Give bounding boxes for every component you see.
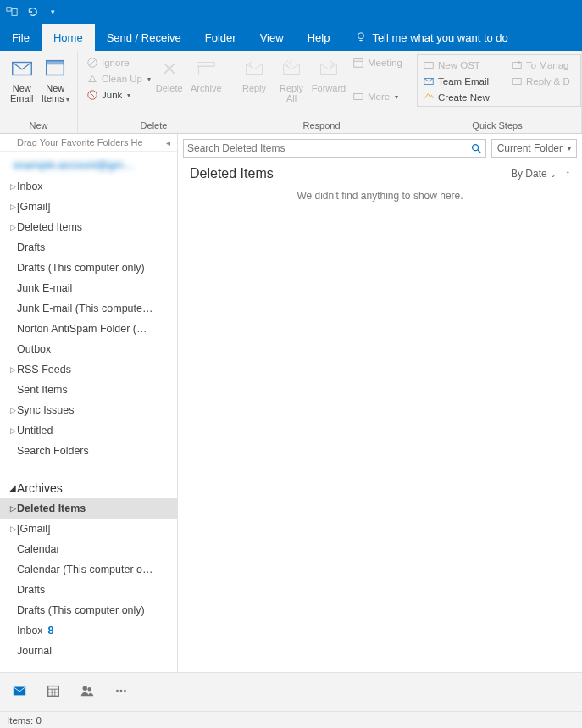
ribbon-tabs: File Home Send / Receive Folder View Hel… [0, 24, 582, 51]
folder-item[interactable]: Search Folders [0, 441, 177, 461]
ignore-button[interactable]: Ignore [83, 56, 151, 69]
expand-icon[interactable]: ▷ [8, 426, 17, 435]
folder-pane: Drag Your Favorite Folders He ◂ example.… [0, 134, 178, 672]
folder-item[interactable]: Junk E-mail [0, 278, 177, 298]
sort-by[interactable]: By Date ⌄ [511, 168, 557, 180]
search-scope[interactable]: Current Folder ▾ [491, 139, 577, 158]
folder-label: Junk E-mail (This compute… [17, 303, 152, 314]
status-items: Items: 0 [7, 715, 42, 725]
svg-line-9 [90, 92, 96, 98]
qat-customize-icon[interactable]: ▾ [46, 5, 59, 19]
sort-direction-icon[interactable]: ↑ [565, 168, 570, 180]
archive-icon [193, 56, 219, 81]
qs-create-new[interactable]: Create New [419, 91, 507, 104]
tab-folder[interactable]: Folder [193, 24, 248, 51]
svg-point-30 [83, 686, 87, 691]
folder-item[interactable]: Calendar [0, 539, 177, 559]
folder-item[interactable]: ▷Deleted Items [0, 498, 177, 519]
forward-button[interactable]: Forward [310, 54, 347, 93]
folder-item[interactable]: ▷Inbox [0, 176, 177, 197]
expand-icon[interactable]: ▷ [8, 365, 17, 374]
search-icon[interactable] [470, 142, 482, 154]
expand-icon[interactable]: ▷ [8, 525, 17, 533]
folder-label: Drafts [17, 242, 45, 253]
folder-item[interactable]: Sent Items [0, 380, 177, 400]
tell-me[interactable]: Tell me what you want to do [341, 24, 507, 51]
collapse-favorites-icon[interactable]: ◂ [166, 138, 170, 147]
delete-button[interactable]: Delete [151, 54, 188, 93]
tab-send-receive[interactable]: Send / Receive [95, 24, 193, 51]
folder-item[interactable]: Outbox [0, 339, 177, 359]
expand-icon[interactable]: ▷ [8, 406, 17, 414]
cleanup-button[interactable]: Clean Up▾ [83, 72, 151, 86]
folder-label: [Gmail] [17, 201, 51, 213]
more-respond-button[interactable]: More▾ [349, 90, 406, 103]
archive-button[interactable]: Archive [188, 54, 225, 93]
meeting-button[interactable]: Meeting [349, 56, 406, 69]
group-delete: Ignore Clean Up▾ Junk▾ Delete Archive De… [78, 51, 230, 133]
folder-label: Deleted Items [17, 503, 86, 514]
folder-label: Norton AntiSpam Folder (… [17, 323, 147, 335]
reply-all-button[interactable]: Reply All [273, 54, 310, 103]
folder-header: Deleted Items By Date ⌄ ↑ [178, 161, 582, 185]
folder-item[interactable]: Inbox8 [0, 620, 177, 641]
nav-more-icon[interactable] [114, 683, 129, 701]
folder-label: Calendar (This computer o… [17, 564, 152, 575]
folder-item[interactable]: Drafts (This computer only) [0, 600, 177, 620]
expand-icon[interactable]: ▷ [8, 504, 17, 513]
search-box[interactable] [183, 139, 486, 158]
tab-file[interactable]: File [0, 24, 42, 51]
folder-label: Inbox [17, 625, 43, 636]
nav-people-icon[interactable] [80, 683, 95, 701]
svg-rect-17 [354, 94, 363, 100]
empty-message: We didn't find anything to show here. [178, 185, 582, 202]
qs-team-email[interactable]: Team Email [419, 75, 507, 88]
folder-item[interactable]: Drafts [0, 237, 177, 258]
folder-item[interactable]: ▷[Gmail] [0, 519, 177, 539]
svg-rect-20 [513, 63, 522, 69]
undo-icon[interactable] [25, 5, 39, 19]
folder-item[interactable]: ▷Untitled [0, 420, 177, 441]
folder-label: [Gmail] [17, 523, 51, 535]
folder-item[interactable]: Journal [0, 641, 177, 661]
expand-icon[interactable]: ▷ [8, 182, 17, 191]
folder-item[interactable]: ▷[Gmail] [0, 197, 177, 217]
nav-mail-icon[interactable] [12, 683, 27, 701]
account-section[interactable]: ◢Archives [0, 473, 177, 498]
folder-label: Sent Items [17, 384, 68, 396]
nav-calendar-icon[interactable] [46, 683, 61, 701]
reply-icon [241, 56, 267, 81]
group-delete-label: Delete [78, 120, 230, 133]
folder-item[interactable]: ▷Sync Issues [0, 400, 177, 420]
tab-view[interactable]: View [248, 24, 296, 51]
expand-icon[interactable]: ▷ [8, 203, 17, 211]
qs-to-manager[interactable]: To Manag [507, 58, 579, 72]
svg-line-23 [477, 150, 480, 153]
folder-item[interactable]: ▷Deleted Items [0, 217, 177, 237]
folder-item[interactable]: Junk E-mail (This compute… [0, 298, 177, 319]
expand-icon[interactable]: ▷ [8, 223, 17, 231]
reply-button[interactable]: Reply [236, 54, 273, 93]
search-input[interactable] [187, 142, 470, 154]
account-header[interactable]: example.account@gm… [0, 152, 177, 176]
favorites-header[interactable]: Drag Your Favorite Folders He ◂ [0, 134, 177, 152]
qs-reply-delete[interactable]: Reply & D [507, 75, 579, 88]
folder-item[interactable]: Drafts (This computer only) [0, 258, 177, 278]
group-new-label: New [0, 120, 77, 133]
folder-label: Sync Issues [17, 404, 74, 416]
tab-home[interactable]: Home [42, 24, 95, 51]
folder-label: Drafts (This computer only) [17, 262, 145, 274]
folder-item[interactable]: Norton AntiSpam Folder (… [0, 319, 177, 339]
folder-item[interactable]: Drafts [0, 580, 177, 600]
junk-button[interactable]: Junk▾ [83, 88, 151, 102]
svg-point-34 [124, 690, 126, 692]
tab-help[interactable]: Help [296, 24, 342, 51]
expand-icon[interactable]: ◢ [8, 483, 17, 492]
folder-label: Drafts (This computer only) [17, 604, 145, 616]
folder-item[interactable]: Calendar (This computer o… [0, 559, 177, 580]
folder-item[interactable]: ▷RSS Feeds [0, 359, 177, 380]
new-items-button[interactable]: New Items▾ [39, 54, 73, 104]
svg-point-22 [472, 145, 478, 151]
new-email-button[interactable]: New Email [5, 54, 39, 103]
qs-new-ost[interactable]: New OST [419, 58, 507, 72]
